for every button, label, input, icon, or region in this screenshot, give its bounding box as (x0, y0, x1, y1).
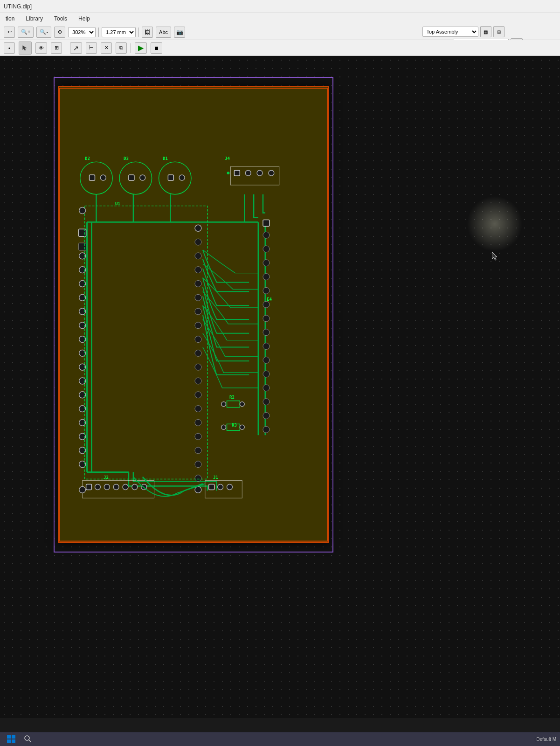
svg-point-59 (263, 413, 270, 419)
svg-point-53 (263, 329, 270, 336)
layer-view-icon[interactable]: ▦ (480, 26, 491, 37)
svg-point-29 (195, 267, 201, 273)
svg-rect-84 (86, 484, 92, 490)
svg-point-97 (79, 486, 86, 493)
svg-rect-83 (83, 481, 154, 498)
separator1 (98, 28, 99, 37)
label-d3: D3 (124, 156, 129, 161)
svg-point-54 (263, 343, 270, 350)
eye-button[interactable]: 👁 (35, 42, 47, 54)
pcb-canvas[interactable]: D2 D3 D1 J4 U1 J2 J1 R2 R3 E4 (0, 56, 560, 718)
photo-icon[interactable]: 📷 (174, 27, 185, 38)
label-j4: J4 (225, 156, 230, 161)
undo-button[interactable]: ↩ (4, 27, 15, 38)
svg-rect-66 (129, 175, 134, 180)
cross-button[interactable]: ✕ (101, 42, 112, 54)
svg-point-95 (79, 207, 86, 214)
svg-point-27 (195, 239, 201, 245)
menu-item-action[interactable]: tion (4, 14, 16, 23)
svg-rect-91 (205, 481, 242, 498)
svg-point-67 (140, 175, 145, 180)
svg-point-35 (195, 350, 201, 356)
svg-point-31 (195, 294, 201, 301)
pcb-traces (59, 87, 328, 542)
svg-point-93 (218, 484, 223, 490)
separator2 (138, 28, 139, 37)
dot-button[interactable]: • (4, 42, 15, 54)
svg-point-38 (195, 392, 201, 398)
svg-point-89 (132, 484, 138, 490)
svg-marker-0 (23, 45, 27, 50)
svg-point-46 (263, 232, 270, 238)
svg-point-39 (195, 406, 201, 412)
svg-point-22 (79, 419, 86, 426)
svg-point-21 (79, 406, 86, 412)
svg-point-14 (79, 308, 86, 315)
svg-point-12 (79, 281, 86, 287)
svg-point-78 (221, 402, 226, 407)
svg-line-104 (29, 740, 31, 742)
svg-point-34 (195, 336, 201, 343)
svg-point-58 (263, 399, 270, 405)
select-button[interactable] (19, 41, 32, 55)
svg-point-40 (195, 419, 201, 426)
zoom-in-button[interactable]: 🔍+ (18, 27, 34, 38)
zoom-fit-button[interactable]: ⊕ (54, 27, 65, 38)
svg-rect-92 (209, 484, 214, 490)
grid-select[interactable]: 1.27 mm (102, 27, 136, 37)
abc-button[interactable]: Abc (156, 27, 171, 38)
svg-point-43 (195, 461, 201, 468)
svg-point-16 (79, 336, 86, 343)
svg-rect-63 (90, 175, 95, 180)
menu-bar: tion Library Tools Help (0, 13, 560, 24)
svg-rect-99 (7, 735, 11, 739)
svg-point-87 (113, 484, 119, 490)
menu-item-help[interactable]: Help (76, 14, 92, 23)
svg-point-18 (79, 364, 86, 370)
svg-point-42 (195, 447, 201, 454)
route-button[interactable]: ↗ (70, 42, 82, 54)
menu-item-tools[interactable]: Tools (52, 14, 69, 23)
label-d1: D1 (163, 156, 168, 161)
windows-start-button[interactable] (4, 733, 19, 745)
svg-point-90 (141, 484, 147, 490)
label-e4: E4 (267, 297, 272, 302)
component-icon[interactable]: ⊞ (493, 26, 505, 37)
taskbar-search[interactable] (21, 733, 35, 745)
svg-point-50 (263, 287, 270, 294)
svg-rect-72 (234, 170, 240, 176)
zoom-select[interactable]: 302% (68, 27, 96, 37)
svg-point-26 (195, 225, 201, 231)
svg-point-82 (240, 425, 244, 429)
stop-button[interactable]: ⏹ (151, 42, 162, 54)
svg-point-86 (104, 484, 110, 490)
svg-rect-61 (85, 206, 207, 479)
add-trace-button[interactable]: ⊢ (86, 42, 97, 54)
svg-point-52 (263, 315, 270, 322)
pcb-board[interactable]: D2 D3 D1 J4 U1 J2 J1 R2 R3 E4 (58, 86, 329, 543)
svg-rect-8 (79, 229, 86, 236)
svg-point-10 (79, 253, 86, 259)
copy-button[interactable]: ⧉ (116, 42, 127, 54)
assembly-row: Top Assembly ▦ ⊞ (422, 26, 523, 37)
svg-point-25 (79, 461, 86, 468)
zoom-out-button[interactable]: 🔍- (36, 27, 51, 38)
assembly-select[interactable]: Top Assembly (422, 27, 478, 37)
svg-point-28 (195, 253, 201, 259)
taskbar-mode-text: Default M (536, 737, 556, 742)
svg-point-85 (95, 484, 100, 490)
svg-rect-100 (12, 735, 15, 739)
svg-point-103 (25, 736, 29, 740)
svg-point-64 (100, 175, 106, 180)
menu-item-library[interactable]: Library (24, 14, 45, 23)
svg-point-44 (195, 475, 201, 482)
toolbar1: ↩ 🔍+ 🔍- ⊕ 302% 1.27 mm 🖼 Abc 📷 Top Assem… (0, 24, 560, 40)
svg-point-55 (263, 357, 270, 363)
grid-button[interactable]: ⊞ (51, 42, 62, 54)
svg-point-41 (195, 433, 201, 440)
windows-taskbar: Default M (0, 732, 560, 746)
svg-point-57 (263, 385, 270, 391)
svg-point-20 (79, 392, 86, 398)
image-icon[interactable]: 🖼 (142, 27, 153, 38)
play-button[interactable]: ▶ (135, 42, 147, 54)
